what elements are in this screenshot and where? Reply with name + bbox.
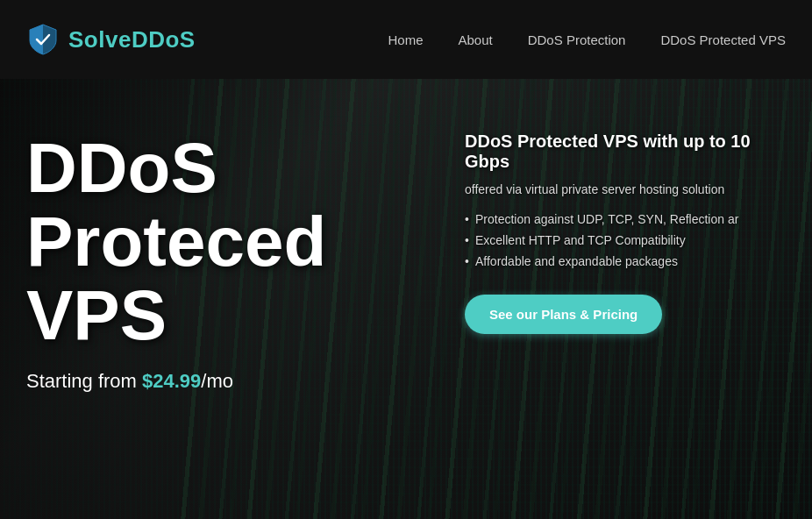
shield-icon <box>26 23 60 56</box>
vps-heading: DDoS Protected VPS with up to 10 Gbps <box>465 132 786 172</box>
vps-features-list: Protection against UDP, TCP, SYN, Reflec… <box>465 212 786 268</box>
starting-from-text: Starting from <box>26 370 142 392</box>
hero-price: Starting from $24.99/mo <box>26 370 447 393</box>
hero-content: DDoS Proteced VPS Starting from $24.99/m… <box>0 79 812 519</box>
nav-item-about[interactable]: About <box>459 32 493 47</box>
feature-item: Affordable and expandable packages <box>465 254 786 268</box>
logo[interactable]: SolveDDoS <box>26 23 196 56</box>
hero-section: DDoS Proteced VPS Starting from $24.99/m… <box>0 79 812 519</box>
logo-text: SolveDDoS <box>68 26 196 53</box>
nav-item-ddos-vps[interactable]: DDoS Protected VPS <box>660 32 786 47</box>
hero-left: DDoS Proteced VPS Starting from $24.99/m… <box>26 114 447 393</box>
cta-button[interactable]: See our Plans & Pricing <box>465 295 662 334</box>
vps-description: offered via virtual private server hosti… <box>465 182 786 196</box>
price-amount: $24.99 <box>142 370 201 392</box>
hero-right: DDoS Protected VPS with up to 10 Gbps of… <box>447 114 786 334</box>
feature-item: Protection against UDP, TCP, SYN, Reflec… <box>465 212 786 226</box>
per-mo-text: /mo <box>201 370 233 392</box>
hero-title: DDoS Proteced VPS <box>26 132 447 352</box>
nav-item-home[interactable]: Home <box>388 32 423 47</box>
nav-item-ddos-protection[interactable]: DDoS Protection <box>528 32 626 47</box>
header: SolveDDoS Home About DDoS Protection DDo… <box>0 0 812 79</box>
feature-item: Excellent HTTP and TCP Compatibility <box>465 233 786 247</box>
nav-menu: Home About DDoS Protection DDoS Protecte… <box>388 32 786 47</box>
